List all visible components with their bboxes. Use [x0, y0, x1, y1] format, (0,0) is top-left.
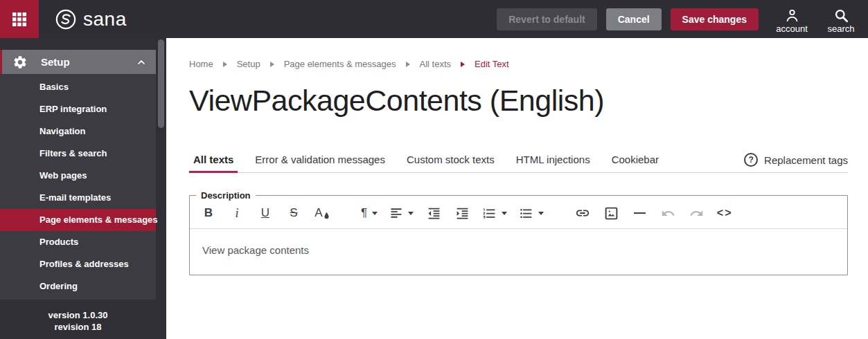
tab-custom-stock-texts[interactable]: Custom stock texts — [402, 154, 499, 173]
account-icon — [784, 8, 800, 24]
undo-icon — [661, 206, 675, 221]
cancel-button[interactable]: Cancel — [606, 8, 662, 30]
tab-cookiebar[interactable]: Cookiebar — [608, 154, 663, 173]
sana-circle-s-icon — [55, 8, 77, 30]
ordered-list-button[interactable] — [482, 204, 507, 222]
horizontal-line-icon — [634, 212, 646, 214]
font-color-button[interactable]: A — [314, 204, 330, 222]
dropdown-caret-icon — [538, 212, 544, 215]
bold-icon: B — [204, 206, 213, 220]
align-left-icon — [389, 206, 403, 220]
outdent-button[interactable] — [425, 204, 442, 222]
sidebar-item-filters-search[interactable]: Filters & search — [0, 143, 156, 165]
image-icon — [604, 206, 619, 221]
sidebar-nav: Basics ERP integration Navigation Filter… — [0, 74, 156, 300]
breadcrumb-page-elements[interactable]: Page elements & messages — [284, 59, 396, 69]
tab-bar: All texts Error & validation messages Cu… — [189, 147, 848, 173]
app-grid-button[interactable] — [0, 0, 39, 38]
breadcrumb-arrow-icon — [223, 62, 227, 67]
search-label: search — [827, 24, 854, 34]
breadcrumb-all-texts[interactable]: All texts — [420, 59, 452, 69]
sana-logo[interactable]: sana — [55, 8, 127, 30]
sidebar-section-label: Setup — [41, 56, 70, 68]
gear-icon — [12, 55, 28, 70]
revision-number: revision 18 — [0, 321, 156, 333]
description-text-area[interactable]: View package contents — [190, 229, 847, 275]
brand-name: sana — [83, 8, 127, 30]
search-menu[interactable]: search — [821, 5, 861, 34]
code-view-button[interactable]: <> — [716, 204, 733, 222]
font-color-icon: A — [315, 206, 322, 220]
insert-link-button[interactable] — [574, 204, 591, 222]
strikethrough-icon: S — [290, 206, 297, 220]
sidebar-item-navigation[interactable]: Navigation — [0, 120, 156, 143]
outdent-icon — [427, 206, 441, 221]
sidebar-item-web-pages[interactable]: Web pages — [0, 165, 156, 187]
underline-button[interactable]: U — [257, 204, 274, 222]
replacement-tags-label: Replacement tags — [764, 154, 848, 166]
breadcrumb-arrow-icon — [406, 62, 410, 67]
italic-button[interactable]: i — [229, 204, 245, 222]
breadcrumb-home[interactable]: Home — [189, 59, 213, 69]
version-number: version 1.0.30 — [0, 309, 156, 321]
account-menu[interactable]: account — [772, 5, 812, 34]
search-icon — [833, 8, 849, 24]
redo-icon — [689, 206, 704, 221]
account-label: account — [776, 24, 808, 34]
droplet-icon — [324, 212, 330, 220]
main-content: Home Setup Page elements & messages All … — [166, 38, 868, 339]
dropdown-caret-icon — [408, 212, 414, 215]
description-editor: Description B i U S A ¶ — [189, 190, 848, 275]
paragraph-format-button[interactable]: ¶ — [361, 204, 378, 222]
breadcrumb: Home Setup Page elements & messages All … — [189, 59, 848, 69]
indent-icon — [455, 206, 470, 221]
dropdown-caret-icon — [502, 212, 507, 215]
strikethrough-button[interactable]: S — [285, 204, 302, 222]
italic-icon: i — [235, 206, 238, 221]
align-button[interactable] — [389, 204, 414, 222]
sidebar-section-setup[interactable]: Setup — [2, 50, 156, 74]
top-bar: sana Revert to default Cancel Save chang… — [0, 0, 868, 38]
horizontal-line-button[interactable] — [631, 204, 648, 222]
editor-toolbar: B i U S A ¶ — [190, 201, 847, 228]
breadcrumb-arrow-icon-active — [461, 62, 465, 67]
breadcrumb-arrow-icon — [270, 62, 274, 67]
sidebar-item-page-elements-messages[interactable]: Page elements & messages — [0, 209, 156, 231]
undo-button[interactable] — [659, 204, 676, 222]
grid-icon — [11, 11, 28, 28]
breadcrumb-current: Edit Text — [475, 59, 509, 69]
tab-error-validation-messages[interactable]: Error & validation messages — [251, 154, 389, 173]
paragraph-icon: ¶ — [361, 206, 367, 220]
tab-html-injections[interactable]: HTML injections — [512, 154, 594, 173]
sidebar-scrollbar-thumb[interactable] — [158, 39, 164, 128]
sidebar-item-email-templates[interactable]: E-mail templates — [0, 187, 156, 209]
chevron-up-icon — [136, 57, 147, 68]
ordered-list-icon — [482, 206, 497, 221]
unordered-list-icon — [519, 206, 533, 221]
version-info: version 1.0.30 revision 18 — [0, 300, 156, 333]
sidebar-item-basics[interactable]: Basics — [0, 76, 156, 98]
topbar-actions: Revert to default Cancel Save changes ac… — [497, 5, 861, 34]
revert-to-default-button[interactable]: Revert to default — [497, 8, 596, 30]
link-icon — [575, 205, 590, 221]
bold-button[interactable]: B — [200, 204, 217, 222]
sidebar-item-profiles-addresses[interactable]: Profiles & addresses — [0, 253, 156, 275]
breadcrumb-setup[interactable]: Setup — [237, 59, 260, 69]
description-legend: Description — [196, 190, 256, 201]
save-changes-button[interactable]: Save changes — [671, 8, 759, 30]
unordered-list-button[interactable] — [519, 204, 544, 222]
sidebar: Setup Basics ERP integration Navigation … — [0, 38, 166, 339]
help-icon: ? — [744, 153, 758, 167]
sidebar-item-erp-integration[interactable]: ERP integration — [0, 98, 156, 120]
redo-button[interactable] — [688, 204, 705, 222]
tab-all-texts[interactable]: All texts — [189, 154, 238, 173]
underline-icon: U — [261, 206, 269, 220]
indent-button[interactable] — [454, 204, 470, 222]
replacement-tags-link[interactable]: ? Replacement tags — [744, 153, 848, 173]
code-icon: <> — [717, 207, 733, 219]
sidebar-item-products[interactable]: Products — [0, 231, 156, 253]
sidebar-item-ordering[interactable]: Ordering — [0, 275, 156, 297]
dropdown-caret-icon — [372, 212, 378, 215]
insert-image-button[interactable] — [603, 204, 619, 222]
page-title: ViewPackageContents (English) — [189, 84, 848, 118]
